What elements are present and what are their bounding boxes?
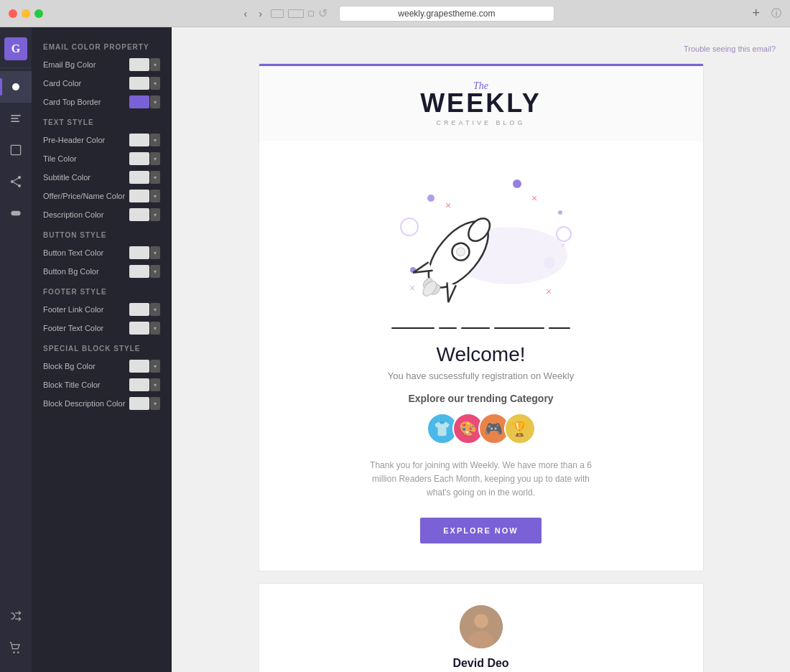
color-swatch-offer[interactable] <box>129 190 149 202</box>
rail-icon-share[interactable] <box>0 166 32 197</box>
color-picker-subtitle[interactable]: ▾ <box>129 171 160 184</box>
prop-block-title: Block Title Color ▾ <box>32 375 172 394</box>
color-swatch-block-desc[interactable] <box>129 397 149 410</box>
color-picker-footer-link[interactable]: ▾ <box>129 303 160 316</box>
rail-icon-shuffle[interactable] <box>0 600 32 632</box>
rail-logo[interactable]: G <box>0 33 32 65</box>
svg-point-13 <box>427 195 434 202</box>
category-icons: 👕 🎨 🎮 🏆 <box>288 413 674 444</box>
color-picker-card-color[interactable]: ▾ <box>129 77 160 90</box>
logo-weekly: WEEKLY <box>274 89 689 118</box>
forward-button[interactable]: › <box>256 6 265 21</box>
dropdown-arrow-block-desc[interactable]: ▾ <box>150 397 160 410</box>
color-swatch-preheader[interactable] <box>129 134 149 146</box>
email-header: The WEEKLY CREATIVE BLOG <box>259 64 703 141</box>
dropdown-arrow-block-bg[interactable]: ▾ <box>150 360 160 373</box>
color-picker-btn-text[interactable]: ▾ <box>129 246 160 259</box>
color-swatch-btn-text[interactable] <box>129 246 149 259</box>
maximize-button[interactable] <box>34 9 43 18</box>
color-picker-block-desc[interactable]: ▾ <box>129 397 160 410</box>
color-swatch-subtitle[interactable] <box>129 171 149 184</box>
reload-icon[interactable]: ↺ <box>318 6 327 20</box>
rail-icon-record[interactable] <box>0 197 32 229</box>
color-swatch-block-bg[interactable] <box>129 360 149 373</box>
rail-icon-layers[interactable] <box>0 71 32 103</box>
color-picker-footer-text[interactable]: ▾ <box>129 322 160 335</box>
svg-point-19 <box>557 227 571 241</box>
g-logo[interactable]: G <box>4 37 27 60</box>
author-name: Devid Deo <box>288 657 674 670</box>
color-picker-block-title[interactable]: ▾ <box>129 378 160 391</box>
rail-icon-cart[interactable] <box>0 632 32 663</box>
toolbar: ‹ › ↺ weekly.grapestheme.com <box>49 6 746 22</box>
prop-label-desc: Description Color <box>43 210 129 219</box>
prop-label-btn-text: Button Text Color <box>43 248 129 257</box>
color-picker-btn-bg[interactable]: ▾ <box>129 265 160 278</box>
dropdown-arrow-btn-bg[interactable]: ▾ <box>150 265 160 278</box>
trouble-link[interactable]: Trouble seeing this email? <box>684 45 776 53</box>
new-tab-button[interactable]: + <box>752 6 760 21</box>
dropdown-arrow-subtitle[interactable]: ▾ <box>150 171 160 184</box>
dropdown-arrow-email-bg[interactable]: ▾ <box>150 58 160 71</box>
section-footer-style: FOOTER STYLE <box>32 281 172 300</box>
color-picker-email-bg[interactable]: ▾ <box>129 58 160 71</box>
color-swatch-email-bg[interactable] <box>129 58 149 71</box>
rail-icon-text[interactable] <box>0 103 32 134</box>
cat-icon-misc: 🏆 <box>504 413 536 444</box>
color-swatch-footer-link[interactable] <box>129 303 149 316</box>
dropdown-arrow-desc[interactable]: ▾ <box>150 208 160 221</box>
close-button[interactable] <box>9 9 17 18</box>
color-swatch-tile[interactable] <box>129 152 149 165</box>
color-picker-offer[interactable]: ▾ <box>129 190 160 202</box>
explore-button[interactable]: EXPLORE NOW <box>420 518 542 543</box>
dropdown-arrow-offer[interactable]: ▾ <box>150 190 160 202</box>
rail-icon-block[interactable] <box>0 134 32 166</box>
icon-rail: G <box>0 27 32 672</box>
dropdown-arrow-btn-text[interactable]: ▾ <box>150 246 160 259</box>
desc-text: Thank you for joining with Weekly. We ha… <box>366 459 596 500</box>
dropdown-arrow-tile[interactable]: ▾ <box>150 152 160 165</box>
misc-icon: 🏆 <box>511 420 529 437</box>
color-picker-desc[interactable]: ▾ <box>129 208 160 221</box>
color-swatch-btn-bg[interactable] <box>129 265 149 278</box>
svg-point-14 <box>513 179 521 188</box>
prop-label-card-top-border: Card Top Border <box>43 98 129 106</box>
prop-label-card-color: Card Color <box>43 79 129 88</box>
color-swatch-footer-text[interactable] <box>129 322 149 335</box>
prop-desc-color: Description Color ▾ <box>32 205 172 224</box>
info-icon[interactable]: ⓘ <box>771 7 781 20</box>
svg-text:×: × <box>546 286 552 297</box>
avatar <box>460 605 503 648</box>
color-swatch-desc[interactable] <box>129 208 149 221</box>
prop-label-tile-color: Tile Color <box>43 154 129 163</box>
address-bar[interactable]: weekly.grapestheme.com <box>339 6 554 22</box>
color-swatch-card-color[interactable] <box>129 77 149 90</box>
dropdown-arrow-card-color[interactable]: ▾ <box>150 77 160 90</box>
prop-label-btn-bg: Button Bg Color <box>43 267 129 276</box>
color-picker-card-top-border[interactable]: ▾ <box>129 95 160 108</box>
minimize-button[interactable] <box>22 9 30 18</box>
color-swatch-block-title[interactable] <box>129 378 149 391</box>
window-chrome: ‹ › ↺ weekly.grapestheme.com + ⓘ <box>0 0 790 27</box>
dropdown-arrow-preheader[interactable]: ▾ <box>150 134 160 146</box>
back-button[interactable]: ‹ <box>241 6 251 21</box>
color-picker-block-bg[interactable]: ▾ <box>129 360 160 373</box>
dropdown-arrow-footer-link[interactable]: ▾ <box>150 303 160 316</box>
prop-card-color: Card Color ▾ <box>32 74 172 93</box>
svg-point-18 <box>401 218 418 235</box>
dropdown-arrow-block-title[interactable]: ▾ <box>150 378 160 391</box>
color-picker-preheader[interactable]: ▾ <box>129 134 160 146</box>
section-button-style: BUTTON STYLE <box>32 224 172 243</box>
shuffle-icon <box>9 609 23 623</box>
prop-label-block-bg: Block Bg Color <box>43 362 129 370</box>
svg-point-6 <box>11 180 14 183</box>
prop-email-bg: Email Bg Color ▾ <box>32 55 172 74</box>
dash-med <box>461 327 490 330</box>
dropdown-arrow-card-top-border[interactable]: ▾ <box>150 95 160 108</box>
avatar-svg <box>460 605 503 648</box>
dropdown-arrow-footer-text[interactable]: ▾ <box>150 322 160 335</box>
section-email-color: EMAIL COLOR PROPERTY <box>32 36 172 55</box>
color-swatch-card-top-border[interactable] <box>129 95 149 108</box>
svg-point-11 <box>13 651 15 653</box>
color-picker-tile[interactable]: ▾ <box>129 152 160 165</box>
